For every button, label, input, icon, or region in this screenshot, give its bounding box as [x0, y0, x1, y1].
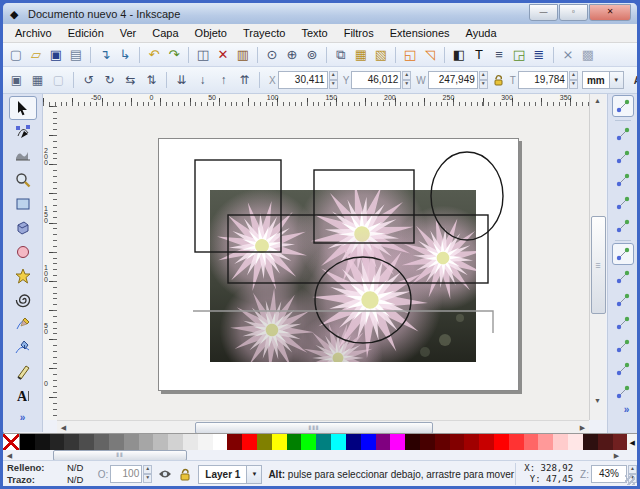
layers-dialog-button[interactable]: ≡ [489, 45, 509, 65]
rotate-ccw-button[interactable]: ↺ [78, 70, 99, 90]
raise-to-top-button[interactable]: ⇈ [234, 70, 255, 90]
color-swatch[interactable] [79, 434, 94, 451]
zoom-page-button[interactable]: ⊚ [302, 45, 322, 65]
rotate-cw-button[interactable]: ↻ [99, 70, 120, 90]
color-swatch[interactable] [168, 434, 183, 451]
color-swatch[interactable] [553, 434, 568, 451]
snap-bbox-edge-midpoints-toggle[interactable] [612, 192, 634, 214]
raise-button[interactable]: ↑ [213, 70, 234, 90]
x-field[interactable]: 30,411 [278, 71, 328, 89]
color-swatch[interactable] [124, 434, 139, 451]
color-swatch[interactable] [257, 434, 272, 451]
menu-capa[interactable]: Capa [144, 25, 186, 41]
color-swatch[interactable] [227, 434, 242, 451]
ellipse-shape-1[interactable] [431, 152, 503, 240]
create-clone-button[interactable]: ▦ [351, 45, 371, 65]
color-swatch[interactable] [213, 434, 228, 451]
menu-trayecto[interactable]: Trayecto [235, 25, 293, 41]
snap-bbox-corners-toggle[interactable] [612, 169, 634, 191]
close-button[interactable]: ✕ [589, 4, 631, 21]
snap-bounding-box-toggle[interactable] [612, 123, 634, 145]
3dbox-tool[interactable] [9, 216, 37, 240]
color-swatch[interactable] [64, 434, 79, 451]
flip-horizontal-button[interactable]: ⇆ [120, 70, 141, 90]
unlink-clone-button[interactable]: ▧ [371, 45, 391, 65]
color-swatch[interactable] [479, 434, 494, 451]
pencil-tool[interactable] [9, 312, 37, 336]
opacity-spinner[interactable]: ▲▼ [143, 465, 152, 483]
preferences-button[interactable]: ⨯ [558, 45, 578, 65]
x-spinner[interactable]: ▲▼ [329, 71, 338, 89]
new-document-button[interactable]: ▢ [6, 45, 26, 65]
scroll-up-arrow[interactable]: ▲ [591, 94, 604, 107]
node-tool[interactable] [9, 120, 37, 144]
menu-archivo[interactable]: Archivo [7, 25, 60, 41]
enable-snapping-toggle[interactable] [612, 95, 634, 117]
color-swatch[interactable] [450, 434, 465, 451]
scroll-down-arrow[interactable]: ▼ [591, 394, 604, 407]
y-spinner[interactable]: ▲▼ [402, 71, 411, 89]
fill-value[interactable]: N/D [67, 462, 92, 474]
bezier-pen-tool[interactable] [9, 336, 37, 360]
ellipse-tool[interactable] [9, 240, 37, 264]
palette-scrollbar[interactable]: ◀ ⦀⦀ ▶ [3, 450, 637, 460]
color-swatch[interactable] [346, 434, 361, 451]
menu-objeto[interactable]: Objeto [187, 25, 235, 41]
snap-bbox-centers-toggle[interactable] [612, 215, 634, 237]
rectangle-shape-2[interactable] [314, 170, 414, 243]
snap-path-intersections-toggle[interactable] [612, 289, 634, 311]
color-swatch[interactable] [20, 434, 35, 451]
zoom-drawing-button[interactable]: ⊕ [282, 45, 302, 65]
tweak-tool[interactable] [9, 144, 37, 168]
color-swatch[interactable] [35, 434, 50, 451]
copy-button[interactable]: ◫ [193, 45, 213, 65]
snapbar-overflow-chevron[interactable]: » [624, 404, 630, 415]
rectangle-shape-3[interactable] [228, 215, 488, 283]
xml-editor-button[interactable]: ◲ [509, 45, 529, 65]
opacity-field[interactable]: 100 [110, 465, 142, 483]
height-field[interactable]: 19,784 [518, 71, 568, 89]
snap-line-midpoints-toggle[interactable] [612, 358, 634, 380]
menu-texto[interactable]: Texto [293, 25, 335, 41]
horizontal-scrollbar[interactable]: ◀ ⦀⦀⦀ ▶ [57, 420, 589, 434]
color-swatch[interactable] [405, 434, 420, 451]
units-dropdown[interactable]: mm ▼ [582, 71, 624, 89]
ellipse-shape-2[interactable] [315, 257, 411, 343]
open-line-shape[interactable] [193, 311, 493, 333]
width-field[interactable]: 247,949 [428, 71, 478, 89]
flip-vertical-button[interactable]: ⇅ [141, 70, 162, 90]
vertical-scroll-thumb[interactable]: ☰ [591, 216, 606, 314]
snap-bbox-edges-toggle[interactable] [612, 146, 634, 168]
menu-ver[interactable]: Ver [112, 25, 145, 41]
redo-button[interactable]: ↷ [164, 45, 184, 65]
zoom-tool[interactable] [9, 168, 37, 192]
minimize-button[interactable]: — [529, 4, 558, 21]
lock-ratio-icon[interactable] [492, 71, 505, 89]
fill-stroke-dialog-button[interactable]: ◧ [449, 45, 469, 65]
toolbox-overflow-chevron[interactable]: » [20, 412, 26, 423]
color-swatch[interactable] [524, 434, 539, 451]
align-dialog-button[interactable]: ≣ [529, 45, 549, 65]
color-swatch[interactable] [509, 434, 524, 451]
export-button[interactable]: ↳ [115, 45, 135, 65]
paste-button[interactable]: ▥ [233, 45, 253, 65]
color-swatch[interactable] [361, 434, 376, 451]
color-swatch[interactable] [538, 434, 553, 451]
calligraphy-tool[interactable] [9, 360, 37, 384]
layer-lock-icon[interactable] [177, 465, 194, 483]
color-swatch[interactable] [435, 434, 450, 451]
text-tool[interactable]: A [9, 384, 37, 408]
color-swatch[interactable] [568, 434, 583, 451]
color-swatch[interactable] [301, 434, 316, 451]
snap-cusp-nodes-toggle[interactable] [612, 312, 634, 334]
open-document-button[interactable]: ▱ [26, 45, 46, 65]
import-button[interactable]: ↴ [95, 45, 115, 65]
color-swatch[interactable] [50, 434, 65, 451]
menu-extensiones[interactable]: Extensiones [382, 25, 458, 41]
color-swatch[interactable] [198, 434, 213, 451]
snap-nodes-toggle[interactable] [612, 243, 634, 265]
drawn-shapes-layer[interactable] [57, 106, 589, 420]
color-swatch[interactable] [420, 434, 435, 451]
menu-ayuda[interactable]: Ayuda [458, 25, 505, 41]
vertical-scrollbar[interactable]: ▲ ☰ ▼ [589, 94, 606, 420]
